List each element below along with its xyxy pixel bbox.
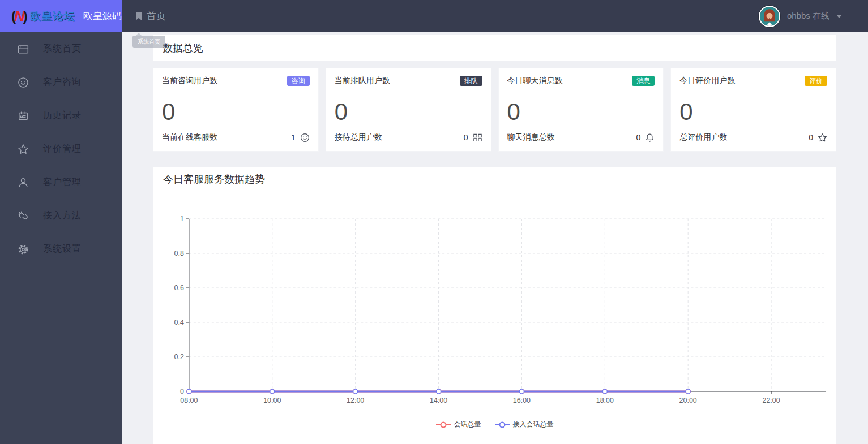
svg-text:0.4: 0.4 — [174, 318, 184, 326]
sidebar-item-history[interactable]: 历史记录 — [0, 99, 122, 132]
window-icon — [17, 43, 29, 55]
legend-marker-icon — [495, 421, 510, 428]
sidebar: 系统首页 客户咨询 历史记录 评价管理 客户管理 接入方法 系统设置 — [0, 32, 122, 444]
logo: (N) 欧皇论坛 欧皇源码 — [0, 0, 122, 32]
stat-value: 0 — [335, 99, 491, 125]
stat-footer-value: 1 — [291, 133, 296, 142]
svg-text:1: 1 — [180, 215, 184, 223]
chart-legend: 会话总量接入会话总量 — [153, 420, 836, 429]
collapsed-tab[interactable]: 系统首页 — [132, 36, 165, 48]
stat-card-footer: 当前在线客服数 1 — [153, 132, 318, 151]
svg-text:18:00: 18:00 — [596, 396, 614, 404]
sidebar-item-label: 接入方法 — [43, 210, 82, 222]
gear-icon — [17, 243, 29, 256]
status-badge: 评价 — [805, 76, 827, 86]
stat-card-footer: 聊天消息总数 0 — [499, 132, 664, 151]
logo-paren-close: ) — [23, 8, 28, 24]
stat-value: 0 — [162, 99, 318, 125]
legend-label: 会话总量 — [454, 420, 481, 429]
line-chart: 00.20.40.60.8108:0010:0012:0014:0016:001… — [153, 191, 836, 429]
stat-value: 0 — [507, 99, 664, 125]
status-badge: 排队 — [460, 76, 482, 86]
stat-card-header: 今日评价用户数 评价 — [671, 68, 836, 93]
stat-value: 0 — [679, 99, 836, 125]
stat-card-header: 当前排队用户数 排队 — [326, 68, 491, 93]
sidebar-item-customers[interactable]: 客户管理 — [0, 166, 122, 199]
user-name-status: ohbbs 在线 — [787, 11, 829, 21]
stat-card-ratings: 今日评价用户数 评价 0 总评价用户数 0 — [670, 68, 836, 152]
svg-text:12:00: 12:00 — [347, 396, 364, 404]
sidebar-item-integration[interactable]: 接入方法 — [0, 199, 122, 232]
smiley-icon — [300, 133, 310, 143]
overview-title: 数据总览 — [163, 41, 203, 55]
main-content: 系统首页 数据总览 当前咨询用户数 咨询 0 当前在线客服数 1 当前排队用户数… — [122, 32, 868, 444]
logo-forum-text: 欧皇论坛 — [30, 9, 75, 24]
sidebar-item-label: 系统首页 — [43, 43, 82, 55]
stat-footer-value: 0 — [636, 133, 640, 142]
svg-text:10:00: 10:00 — [263, 396, 281, 404]
stat-card-title: 当前咨询用户数 — [162, 76, 217, 86]
sidebar-item-label: 客户咨询 — [43, 76, 82, 88]
svg-text:0: 0 — [180, 387, 184, 395]
stat-cards-row: 当前咨询用户数 咨询 0 当前在线客服数 1 当前排队用户数 排队 0 接待总用… — [153, 68, 836, 152]
stat-card-messages: 今日聊天消息数 消息 0 聊天消息总数 0 — [498, 68, 664, 152]
sidebar-item-reviews[interactable]: 评价管理 — [0, 132, 122, 166]
stat-footer-value: 0 — [464, 133, 468, 142]
stat-card-header: 当前咨询用户数 咨询 — [153, 68, 318, 93]
sidebar-item-home[interactable]: 系统首页 — [0, 32, 122, 66]
svg-text:20:00: 20:00 — [679, 396, 697, 404]
site-name: 欧皇源码 — [83, 10, 122, 23]
topbar: (N) 欧皇论坛 欧皇源码 首页 ohbbs 在线 — [0, 0, 868, 32]
chart-header: 今日客服服务数据趋势 — [153, 167, 836, 191]
sidebar-item-label: 评价管理 — [43, 143, 82, 155]
stat-footer-label: 总评价用户数 — [679, 132, 727, 143]
stat-card-footer: 接待总用户数 0 — [326, 132, 491, 151]
stat-footer-label: 聊天消息总数 — [507, 132, 555, 143]
smiley-icon — [17, 76, 29, 89]
broken-link-icon — [17, 210, 29, 222]
user-menu[interactable]: ohbbs 在线 — [759, 0, 868, 32]
chart-title: 今日客服服务数据趋势 — [163, 173, 265, 186]
user-icon — [17, 176, 29, 189]
legend-item[interactable]: 会话总量 — [436, 420, 481, 429]
grid-icon — [473, 133, 482, 143]
svg-text:0.8: 0.8 — [174, 249, 184, 257]
status-badge: 咨询 — [287, 76, 310, 86]
legend-marker-icon — [436, 421, 451, 428]
svg-text:08:00: 08:00 — [180, 396, 198, 404]
bookmark-icon — [135, 12, 143, 21]
star-icon — [818, 133, 827, 143]
stat-card-footer: 总评价用户数 0 — [671, 132, 836, 151]
legend-item[interactable]: 接入会话总量 — [495, 420, 554, 429]
stat-footer-value: 0 — [809, 133, 813, 142]
sidebar-item-label: 历史记录 — [43, 110, 82, 122]
stat-card-queue: 当前排队用户数 排队 0 接待总用户数 0 — [326, 68, 491, 152]
nav-tab-home[interactable]: 首页 — [122, 0, 178, 32]
sidebar-item-label: 客户管理 — [43, 176, 82, 188]
chevron-down-icon — [836, 15, 842, 18]
legend-label: 接入会话总量 — [513, 420, 554, 429]
bell-icon — [645, 133, 655, 143]
stat-card-header: 今日聊天消息数 消息 — [499, 68, 664, 93]
status-badge: 消息 — [632, 76, 655, 86]
overview-header-card: 数据总览 — [153, 35, 836, 61]
stat-card-title: 当前排队用户数 — [335, 76, 390, 86]
notebook-icon — [17, 110, 29, 122]
nav-home-label: 首页 — [147, 10, 166, 23]
svg-text:14:00: 14:00 — [430, 396, 447, 404]
chart-card: 今日客服服务数据趋势 00.20.40.60.8108:0010:0012:00… — [153, 167, 836, 444]
svg-text:0.2: 0.2 — [174, 353, 184, 361]
sidebar-item-settings[interactable]: 系统设置 — [0, 232, 122, 266]
chart-plot-area: 00.20.40.60.8108:0010:0012:0014:0016:001… — [153, 191, 836, 417]
stat-footer-label: 当前在线客服数 — [162, 132, 217, 143]
stat-footer-label: 接待总用户数 — [335, 132, 382, 143]
svg-text:0.6: 0.6 — [174, 284, 184, 292]
sidebar-item-label: 系统设置 — [43, 243, 82, 255]
sidebar-item-consult[interactable]: 客户咨询 — [0, 66, 122, 99]
stat-card-consulting: 当前咨询用户数 咨询 0 当前在线客服数 1 — [153, 68, 319, 152]
stat-card-title: 今日聊天消息数 — [507, 76, 563, 86]
svg-text:22:00: 22:00 — [762, 396, 780, 404]
star-icon — [17, 143, 29, 156]
stat-card-title: 今日评价用户数 — [679, 76, 735, 86]
avatar[interactable] — [759, 6, 780, 27]
